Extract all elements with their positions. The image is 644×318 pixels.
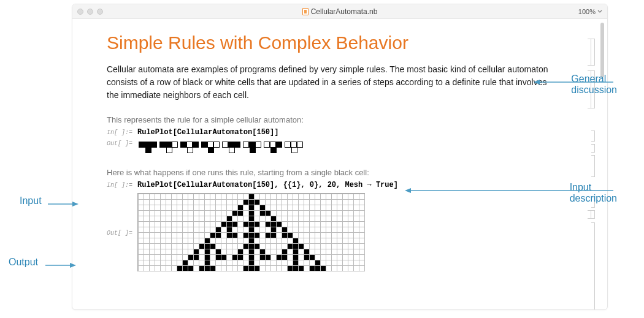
svg-marker-7 (70, 263, 76, 268)
rule-case (139, 142, 158, 153)
cellular-automaton-grid (137, 193, 365, 271)
out-label: Out[ ]= (107, 139, 132, 147)
window-title: CellularAutomata.nb (72, 7, 607, 16)
arrow-icon (48, 200, 79, 208)
out-label-2: Out[ ]= (107, 193, 132, 237)
annotation-output: Output (9, 257, 38, 268)
svg-marker-1 (534, 80, 540, 85)
output-cell-2: Out[ ]= (107, 193, 573, 271)
rule-case (180, 142, 200, 153)
rule-plot-output (137, 139, 305, 159)
general-discussion-text: Cellular automata are examples of progra… (107, 63, 561, 102)
notebook-window: CellularAutomata.nb 100% Simple Rules wi… (72, 4, 608, 310)
notebook-content: Simple Rules with Complex Behavior Cellu… (72, 19, 607, 309)
svg-marker-3 (405, 188, 411, 193)
in-label: In[ ]:= (107, 128, 132, 136)
svg-marker-5 (72, 202, 79, 206)
window-titlebar[interactable]: CellularAutomata.nb 100% (72, 4, 607, 19)
rule-case (264, 142, 283, 153)
output-cell-1: Out[ ]= (107, 139, 573, 159)
rule-case (285, 142, 304, 153)
rule-case (222, 142, 242, 153)
in-label-2: In[ ]:= (107, 181, 132, 189)
arrow-icon (45, 262, 76, 269)
annotation-input: Input (20, 195, 42, 206)
rule-case (243, 142, 263, 153)
rule-case (159, 142, 179, 153)
rule-case (201, 142, 221, 153)
arrow-icon (534, 78, 619, 86)
arrow-icon (405, 187, 619, 194)
notebook-file-icon (302, 8, 309, 15)
input-code-2: RulePlot[CellularAutomaton[150], {{1}, 0… (137, 181, 398, 189)
input-caption-2: Here is what happens if one runs this ru… (107, 168, 573, 177)
input-code-1: RulePlot[CellularAutomaton[150]] (137, 128, 278, 137)
input-caption-1: This represents the rule for a simple ce… (107, 115, 573, 124)
input-cell-1[interactable]: In[ ]:= RulePlot[CellularAutomaton[150]] (107, 128, 573, 137)
page-title: Simple Rules with Complex Behavior (107, 32, 573, 53)
